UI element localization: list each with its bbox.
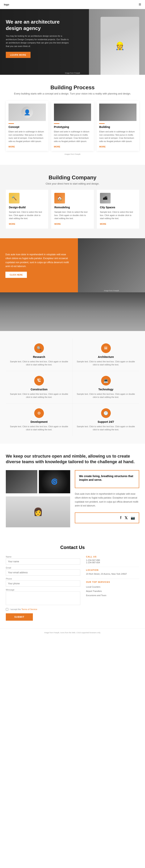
submit-button[interactable]: SUBMIT (6, 613, 33, 621)
service-item-2[interactable]: Airport Transfers (86, 589, 139, 593)
development-text: Sample text. Click to select the text bo… (10, 425, 68, 431)
terms-checkbox-row: I accept the Terms of Service (6, 608, 80, 611)
orange-split-section: Duis aute irure dolor in reprehenderit i… (0, 238, 145, 292)
feature-research: 🔍 Research Sample text. Click to select … (6, 339, 72, 371)
company-cards-row: 🔨 Design-Build Sample text. Click to sel… (6, 190, 139, 228)
location-label: LOCATION (86, 569, 139, 571)
message-input[interactable] (6, 591, 80, 605)
concept-text: Etiam sed ante in subheage in dictum non… (8, 130, 46, 143)
service-item-1[interactable]: Local Counters (86, 585, 139, 589)
remodeling-text: Sample text. Click to select the text bo… (54, 211, 90, 220)
remodeling-icon: 🏠 (54, 193, 65, 204)
process-cards-row: 👤 Concept Etiam sed ante in subheage in … (6, 101, 139, 151)
construction-icon: 🏗 (34, 376, 44, 385)
support-icon: 🕐 (101, 408, 111, 418)
terms-text: I accept the Terms of Service (10, 608, 37, 611)
orange-cta-button[interactable]: CLICK HERE (5, 272, 27, 278)
message-field-group: Message (6, 589, 80, 606)
hero-content: We are an architecture design agency You… (0, 9, 77, 68)
design-build-title: Design-Build (9, 206, 45, 209)
orange-image-credit: Image from Freepik (104, 290, 119, 291)
building-company-title: Building Company (6, 175, 139, 181)
footer: Image from Freepik. Icons from the Web. … (0, 628, 145, 636)
logo: logo (4, 3, 9, 6)
building-more[interactable]: MORE (99, 146, 106, 148)
email-input[interactable] (6, 569, 80, 576)
contact-section: Contact Us Name Email Phone Message I (0, 537, 145, 628)
contact-title: Contact Us (6, 545, 139, 550)
remodeling-title: Remodeling (54, 206, 90, 209)
hero-learn-more-button[interactable]: LEARN MORE (6, 52, 31, 58)
structure-right-text: Duis aute irure dolor in reprehenderit i… (75, 492, 139, 508)
phone1: 1-234-567-890 (86, 559, 139, 561)
instagram-icon[interactable]: 📷 (131, 516, 135, 520)
feature-architecture: 🏛 Architecture Sample text. Click to sel… (72, 339, 139, 371)
building-full-image (0, 292, 145, 331)
name-label: Name (6, 556, 80, 558)
facebook-icon[interactable]: f (120, 516, 121, 520)
hero-title: We are an architecture design agency (6, 19, 71, 31)
orange-text: Duis aute irure dolor in reprehenderit i… (5, 253, 72, 269)
building-process-title: Building Process (6, 85, 139, 91)
company-card-city-spaces: 🏙 City Spaces Sample text. Click to sele… (97, 190, 139, 228)
city-spaces-text: Sample text. Click to select the text bo… (100, 211, 136, 220)
building-image (99, 103, 137, 121)
design-build-text: Sample text. Click to select the text bo… (9, 211, 45, 220)
process-card-prototyping: Prototyping Etiam sed ante in subheage i… (51, 101, 94, 151)
process-image-credit: Images from Freepik (6, 153, 139, 155)
research-title: Research (10, 355, 68, 359)
structure-section: We keep our structure open and nimble, a… (0, 444, 145, 537)
prototyping-title: Prototyping (54, 125, 91, 128)
design-build-more[interactable]: MORE (9, 223, 15, 225)
concept-more[interactable]: MORE (8, 146, 15, 148)
name-input[interactable] (6, 558, 80, 565)
building-title: Building (99, 125, 137, 128)
hamburger-menu[interactable]: ≡ (139, 2, 141, 7)
name-field-group: Name (6, 556, 80, 565)
call-us-label: CALL US (86, 556, 139, 558)
orange-left: Duis aute irure dolor in reprehenderit i… (0, 238, 78, 292)
structure-orange-box: We create living, breathing structures t… (75, 470, 139, 488)
research-text: Sample text. Click to select the text bo… (10, 360, 68, 366)
email-label: Email (6, 566, 80, 569)
feature-development: ⚙ Development Sample text. Click to sele… (6, 404, 72, 436)
process-card-concept: 👤 Concept Etiam sed ante in subheage in … (6, 101, 49, 151)
terms-checkbox[interactable] (6, 608, 8, 611)
structure-img-building (6, 470, 37, 493)
process-card-building: Building Etiam sed ante in subheage in d… (96, 101, 139, 151)
concept-orange-bar (8, 123, 14, 124)
service-item-3[interactable]: Excursions and Tours (86, 593, 139, 597)
company-card-design-build: 🔨 Design-Build Sample text. Click to sel… (6, 190, 48, 228)
building-company-subtitle: Click your direct here to start editing … (6, 182, 139, 185)
phone-label: Phone (6, 578, 80, 580)
prototyping-text: Etiam sed ante in subheage in dictum non… (54, 130, 91, 143)
feature-construction: 🏗 Construction Sample text. Click to sel… (6, 371, 72, 404)
building-process-subtitle: Every building starts with a concept and… (6, 92, 139, 95)
contact-info: CALL US 1-234-567-890 1-234-987-654 LOCA… (86, 556, 139, 621)
phone-field-group: Phone (6, 578, 80, 587)
features-section: 🔍 Research Sample text. Click to select … (0, 331, 145, 444)
services-block: OUR TOP SERVICES Local Counters Airport … (86, 581, 139, 597)
orange-right-image: Image from Freepik (78, 238, 145, 292)
prototyping-image (54, 103, 91, 121)
remodeling-more[interactable]: MORE (54, 223, 61, 225)
call-us-block: CALL US 1-234-567-890 1-234-987-654 (86, 556, 139, 564)
email-field-group: Email (6, 566, 80, 576)
twitter-icon[interactable]: 𝕏 (124, 516, 127, 520)
footer-credit: Image from Freepik. Icons from the Web. … (44, 632, 101, 633)
city-spaces-more[interactable]: MORE (100, 223, 106, 225)
social-box: f 𝕏 📷 (75, 513, 139, 523)
services-label: OUR TOP SERVICES (86, 581, 139, 583)
phone-input[interactable] (6, 581, 80, 587)
support-text: Sample text. Click to select the text bo… (76, 425, 135, 431)
hero-image-credit: Image from Freepik (65, 72, 80, 74)
prototyping-more[interactable]: MORE (54, 146, 60, 148)
construction-title: Construction (10, 388, 68, 391)
contact-form: Name Email Phone Message I accept the Te… (6, 556, 80, 621)
structure-box-title: We create living, breathing structures t… (79, 474, 135, 482)
contact-grid: Name Email Phone Message I accept the Te… (6, 556, 139, 621)
building-orange-bar (99, 123, 105, 124)
technology-icon: 💻 (101, 376, 111, 385)
hero-description: You may be looking for an architecture d… (6, 34, 71, 48)
support-title: Support 24/7 (76, 420, 135, 423)
